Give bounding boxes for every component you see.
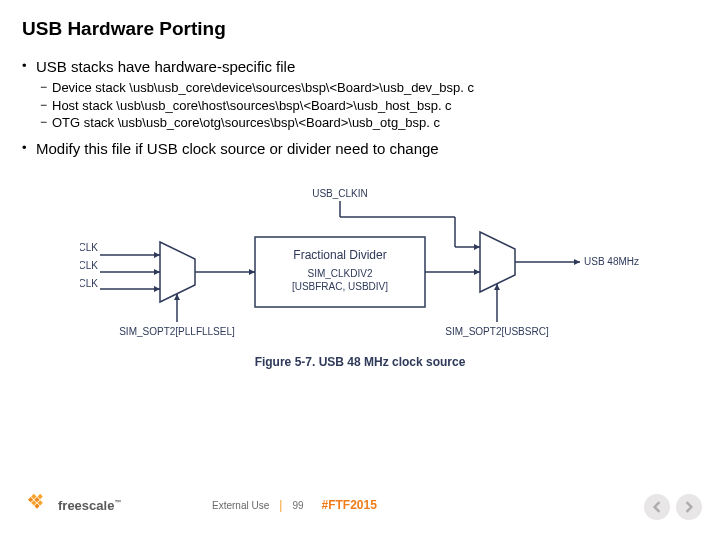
svg-marker-2 xyxy=(154,252,160,258)
diagram-label: [USBFRAC, USBDIV] xyxy=(292,281,388,292)
footer-hashtag: #FTF2015 xyxy=(322,498,377,512)
svg-marker-19 xyxy=(480,232,515,292)
sub-bullet: OTG stack \usb\usb_core\otg\sources\bsp\… xyxy=(40,114,698,132)
diagram-label: USB 48MHz xyxy=(584,256,639,267)
freescale-icon xyxy=(22,492,52,518)
diagram-label: MCGFLLCLK xyxy=(80,242,98,253)
slide-number: 99 xyxy=(292,500,303,511)
footer-external-use: External Use xyxy=(212,500,269,511)
prev-button[interactable] xyxy=(644,494,670,520)
sub-bullet: Host stack \usb\usb_core\host\sources\bs… xyxy=(40,97,698,115)
brand-logo: freescale™ xyxy=(22,492,121,518)
chevron-left-icon xyxy=(651,501,663,513)
svg-marker-10 xyxy=(249,269,255,275)
diagram-label: MCGPLLCLK xyxy=(80,260,98,271)
page-title: USB Hardware Porting xyxy=(22,18,698,40)
svg-marker-18 xyxy=(474,244,480,250)
diagram-label: IRC48MCLK xyxy=(80,278,98,289)
svg-marker-13 xyxy=(474,269,480,275)
svg-marker-0 xyxy=(160,242,195,302)
bullet-item: USB stacks have hardware-specific file D… xyxy=(22,58,698,132)
next-button[interactable] xyxy=(676,494,702,520)
diagram-label: SIM_SOPT2[USBSRC] xyxy=(445,326,549,337)
chevron-right-icon xyxy=(683,501,695,513)
diagram-label: SIM_CLKDIV2 xyxy=(307,268,372,279)
svg-marker-4 xyxy=(154,269,160,275)
diagram-label: USB_CLKIN xyxy=(312,188,368,199)
diagram-label: Fractional Divider xyxy=(293,248,386,262)
bullet-item: Modify this file if USB clock source or … xyxy=(22,140,698,157)
sub-bullet: Device stack \usb\usb_core\device\source… xyxy=(40,79,698,97)
diagram-label: SIM_SOPT2[PLLFLLSEL] xyxy=(119,326,235,337)
svg-marker-6 xyxy=(154,286,160,292)
bullet-text: USB stacks have hardware-specific file xyxy=(36,58,295,75)
footer-divider: | xyxy=(279,498,282,512)
svg-marker-23 xyxy=(574,259,580,265)
clock-diagram: MCGFLLCLK MCGPLLCLK IRC48MCLK SIM_SOPT2[… xyxy=(80,177,640,369)
brand-name: freescale™ xyxy=(58,498,121,513)
figure-caption: Figure 5-7. USB 48 MHz clock source xyxy=(80,355,640,369)
